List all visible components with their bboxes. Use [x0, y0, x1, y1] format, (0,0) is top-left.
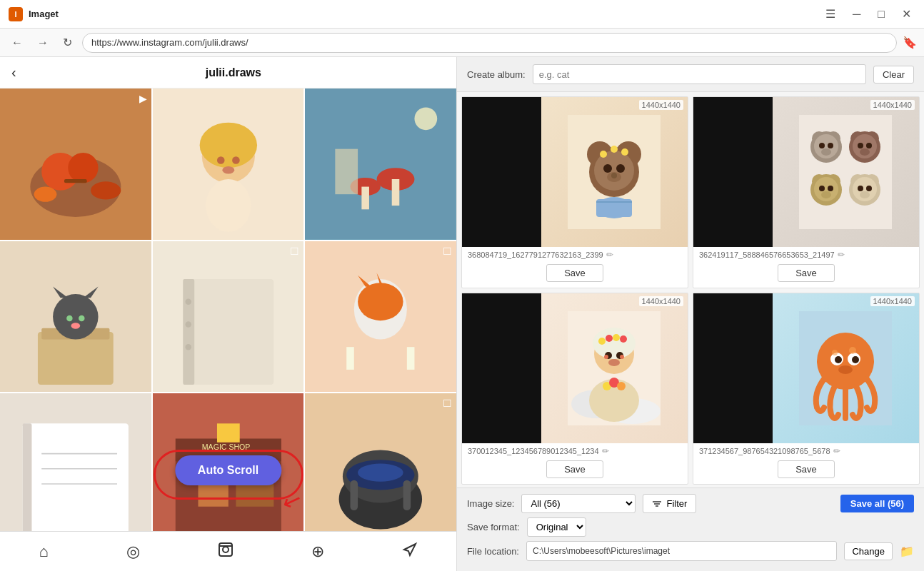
- back-button[interactable]: ←: [7, 34, 27, 52]
- svg-rect-42: [407, 347, 415, 370]
- refresh-button[interactable]: ↻: [59, 33, 76, 52]
- close-button[interactable]: ✕: [898, 6, 915, 22]
- grid-cell-9-content: [305, 393, 456, 531]
- svg-point-102: [821, 191, 831, 198]
- edit-icon-4[interactable]: ✏: [833, 446, 840, 456]
- grid-cell-9[interactable]: ☐: [305, 393, 456, 531]
- app-icon: I: [9, 7, 23, 21]
- save-button-3[interactable]: Save: [546, 460, 603, 478]
- save-button-4[interactable]: Save: [778, 460, 835, 478]
- svg-point-134: [838, 365, 853, 374]
- grid-cell-7[interactable]: [0, 393, 151, 531]
- folder-button[interactable]: 📁: [900, 545, 914, 558]
- gallery-scroll[interactable]: 1440x1440: [457, 92, 924, 487]
- svg-point-93: [858, 143, 863, 148]
- grid-cell-3-content: [305, 89, 456, 240]
- play-icon-1: ▶: [139, 93, 147, 104]
- svg-point-108: [866, 186, 872, 191]
- gallery-img-black-2: [693, 97, 773, 247]
- bookmark-button[interactable]: 🔖: [903, 36, 917, 49]
- svg-point-60: [358, 464, 403, 482]
- title-bar-controls: ☰ ─ □ ✕: [821, 6, 915, 22]
- grid-cell-5-content: [153, 241, 304, 393]
- svg-point-87: [828, 143, 833, 148]
- svg-point-79: [611, 146, 618, 153]
- filter-button[interactable]: Filter: [643, 494, 696, 513]
- explore-button[interactable]: ◎: [121, 537, 146, 567]
- svg-point-27: [66, 315, 72, 320]
- save-format-row: Save format: Original: [467, 517, 914, 537]
- gallery-image-4: 1440x1440: [693, 293, 919, 443]
- save-button-1[interactable]: Save: [546, 264, 603, 282]
- maximize-button[interactable]: □: [873, 6, 889, 22]
- svg-point-109: [860, 191, 870, 198]
- reels-button[interactable]: [212, 536, 239, 567]
- svg-point-38: [358, 283, 403, 320]
- grid-cell-6[interactable]: ☐: [305, 241, 456, 393]
- svg-rect-31: [183, 279, 273, 385]
- svg-rect-81: [799, 115, 892, 229]
- back-icon[interactable]: ‹: [11, 64, 16, 81]
- save-button-2[interactable]: Save: [778, 264, 835, 282]
- svg-point-136: [832, 350, 838, 355]
- add-button[interactable]: ⊕: [306, 537, 330, 567]
- title-bar-left: I Imaget: [9, 7, 59, 21]
- gallery-filename-4: 371234567_987654321098765_5678 ✏: [693, 443, 919, 458]
- svg-point-100: [819, 186, 825, 191]
- svg-rect-45: [23, 424, 32, 531]
- save-btn-row-1: Save: [462, 261, 688, 288]
- gallery-img-black-3: [462, 293, 541, 443]
- svg-rect-62: [403, 480, 411, 510]
- save-all-button[interactable]: Save all (56): [840, 495, 914, 512]
- svg-point-72: [616, 164, 625, 173]
- clear-button[interactable]: Clear: [873, 66, 914, 84]
- file-location-input[interactable]: [526, 541, 837, 561]
- gallery-image-2: 1440x1440: [693, 97, 919, 247]
- grid-cell-2[interactable]: [153, 89, 304, 240]
- auto-scroll-button[interactable]: Auto Scroll: [175, 455, 281, 485]
- svg-point-120: [598, 338, 606, 345]
- svg-rect-32: [183, 279, 194, 385]
- gallery-filename-3: 370012345_123456789012345_1234 ✏: [462, 443, 688, 458]
- menu-button[interactable]: ☰: [821, 6, 840, 22]
- svg-point-70: [594, 151, 634, 191]
- create-album-input[interactable]: [533, 64, 866, 84]
- svg-point-122: [613, 334, 620, 341]
- svg-point-86: [819, 143, 825, 148]
- minimize-button[interactable]: ─: [848, 6, 865, 22]
- url-input[interactable]: [82, 33, 897, 53]
- send-button[interactable]: [396, 536, 423, 567]
- edit-icon-2[interactable]: ✏: [838, 250, 845, 260]
- save-format-label: Save format:: [467, 522, 520, 532]
- grid-cell-5[interactable]: ☐: [153, 241, 304, 393]
- edit-icon-1[interactable]: ✏: [606, 250, 613, 260]
- edit-icon-3[interactable]: ✏: [602, 446, 609, 456]
- svg-rect-22: [38, 332, 114, 385]
- svg-point-127: [617, 382, 626, 390]
- profile-header: ‹ julii.draws: [0, 57, 456, 89]
- svg-point-119: [608, 359, 620, 366]
- checkbox-icon-6: ☐: [443, 246, 452, 257]
- grid-cell-4[interactable]: [0, 241, 151, 393]
- grid-cell-1[interactable]: ▶: [0, 89, 151, 240]
- bottom-controls: Image size: All (56) Filter Save all (56…: [457, 487, 924, 571]
- image-size-select[interactable]: All (56): [521, 494, 636, 513]
- profile-name: julii.draws: [22, 66, 445, 79]
- checkbox-icon-5: ☐: [290, 246, 299, 257]
- svg-point-64: [223, 547, 229, 552]
- browser-bar: ← → ↻ 🔖: [0, 29, 924, 57]
- grid-cell-3[interactable]: [305, 89, 456, 240]
- file-location-label: File location:: [467, 546, 519, 557]
- svg-point-71: [603, 164, 612, 173]
- forward-button[interactable]: →: [33, 34, 53, 52]
- svg-point-88: [821, 148, 831, 156]
- create-album-bar: Create album: Clear: [457, 57, 924, 92]
- gallery-item-3: 1440x1440: [461, 293, 688, 485]
- home-button[interactable]: ⌂: [33, 537, 54, 567]
- change-button[interactable]: Change: [844, 542, 893, 560]
- svg-rect-20: [336, 149, 358, 195]
- gallery-item-1: 1440x1440: [461, 96, 688, 288]
- grid-cell-4-content: [0, 241, 151, 393]
- svg-point-123: [620, 335, 627, 343]
- format-select[interactable]: Original: [527, 517, 586, 537]
